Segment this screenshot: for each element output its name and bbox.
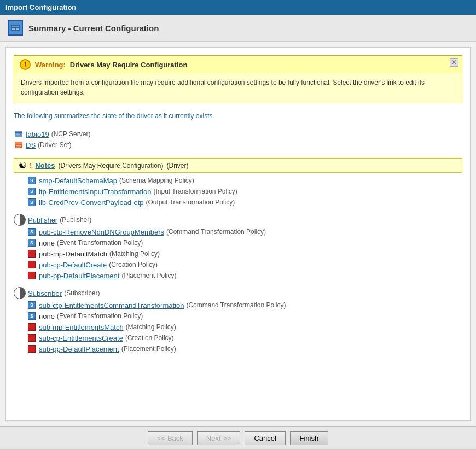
policy-icon-2: S (27, 197, 37, 207)
pub-policy-0: S pub-ctp-RemoveNonDNGroupMembers (Comma… (14, 226, 462, 237)
ds-link[interactable]: DS (26, 141, 36, 149)
pub-policy-icon-1: S (27, 238, 37, 248)
notes-label2: (Driver) (167, 162, 189, 170)
warning-body: Drivers imported from a configuration fi… (14, 73, 462, 102)
pub-policy-desc-1: (Event Transformation Policy) (57, 239, 143, 247)
svg-rect-10 (15, 142, 22, 144)
summary-text: The following summarizes the state of th… (14, 111, 462, 121)
finish-button[interactable]: Finish (290, 431, 328, 445)
publisher-yinyang-icon (14, 214, 26, 226)
ds-row: DS (Driver Set) (14, 139, 462, 150)
svg-rect-11 (16, 145, 21, 147)
subscriber-policies-list: S sub-ctp-EntitlementsCommandTransformat… (14, 300, 462, 354)
pub-policy-link-3[interactable]: pub-cp-DefaultCreate (39, 261, 107, 269)
sub-policy-link-4[interactable]: sub-pp-DefaultPlacement (39, 345, 119, 353)
pub-policy-desc-3: (Creation Policy) (109, 261, 158, 268)
sub-policy-desc-2: (Matching Policy) (126, 323, 176, 331)
policy-icon-1: S (27, 186, 37, 196)
sub-policy-icon-1: S (27, 311, 37, 321)
sub-policy-3: sub-cp-EntitlementsCreate (Creation Poli… (14, 332, 462, 343)
ds-desc: (Driver Set) (38, 141, 71, 149)
sub-policy-0: S sub-ctp-EntitlementsCommandTransformat… (14, 300, 462, 311)
policy-link-2[interactable]: lib-CredProv-ConvertPayload-otp (39, 198, 143, 207)
pub-policy-2: pub-mp-DefaultMatch (Matching Policy) (14, 248, 462, 259)
publisher-desc: (Publisher) (60, 216, 91, 224)
svg-rect-7 (18, 134, 20, 135)
pub-policy-link-0[interactable]: pub-ctp-RemoveNonDNGroupMembers (39, 228, 164, 236)
sub-policy-2: sub-mp-EntitlementsMatch (Matching Polic… (14, 322, 462, 332)
subscriber-desc: (Subscriber) (64, 289, 100, 297)
footer-bar: << Back Next >> Cancel Finish (0, 426, 476, 449)
pub-policy-link-4[interactable]: pub-pp-DefaultPlacement (39, 272, 119, 280)
subscriber-yinyang-icon (14, 287, 26, 299)
pub-policy-3: pub-cp-DefaultCreate (Creation Policy) (14, 259, 462, 270)
sub-policy-desc-0: (Command Transformation Policy) (186, 301, 286, 309)
policy-desc-0: (Schema Mapping Policy) (119, 177, 194, 184)
policy-icon-0: S (27, 176, 37, 185)
sub-policy-link-0[interactable]: sub-ctp-EntitlementsCommandTransformatio… (39, 301, 184, 309)
notes-link[interactable]: Notes (35, 161, 55, 170)
policy-desc-2: (Output Transformation Policy) (146, 198, 235, 206)
warning-heading: Drivers May Require Configuration (70, 61, 188, 69)
svg-rect-0 (11, 25, 20, 31)
pub-policy-icon-4 (27, 271, 37, 280)
svg-rect-3 (16, 28, 19, 30)
pub-policy-icon-2 (27, 249, 37, 259)
pub-policy-1: S none (Event Transformation Policy) (14, 237, 462, 248)
sub-policy-icon-2 (27, 322, 37, 332)
svg-rect-2 (12, 28, 15, 30)
svg-rect-8 (20, 134, 21, 135)
server-desc: (NCP Server) (51, 130, 91, 138)
driver-policies-list: S smp-DefaultSchemaMap (Schema Mapping P… (14, 175, 462, 208)
server-icon (14, 129, 24, 139)
sub-policy-1: S none (Event Transformation Policy) (14, 311, 462, 322)
warning-header: ! Warning: Drivers May Require Configura… (14, 56, 462, 73)
pub-policy-icon-0: S (27, 227, 37, 237)
subscriber-link[interactable]: Subscriber (28, 289, 62, 297)
svg-rect-1 (12, 26, 19, 27)
title-bar-label: Import Configuration (5, 3, 76, 11)
pub-policy-link-2: pub-mp-DefaultMatch (39, 250, 107, 258)
policy-link-1[interactable]: itp-EntitlementsInputTransformation (39, 188, 151, 196)
subscriber-row: Subscriber (Subscriber) (14, 287, 462, 300)
content-area: ! Warning: Drivers May Require Configura… (5, 47, 471, 421)
pub-policy-link-1: none (39, 239, 55, 247)
back-button[interactable]: << Back (148, 431, 193, 445)
policy-link-0[interactable]: smp-DefaultSchemaMap (39, 177, 117, 185)
policy-row-1: S itp-EntitlementsInputTransformation (I… (14, 186, 462, 197)
sub-policy-desc-4: (Placement Policy) (121, 345, 176, 353)
sub-policy-icon-0: S (27, 300, 37, 310)
sub-policy-4: sub-pp-DefaultPlacement (Placement Polic… (14, 343, 462, 354)
title-bar: Import Configuration (0, 0, 476, 15)
sub-policy-desc-3: (Creation Policy) (125, 334, 174, 342)
warning-box: ! Warning: Drivers May Require Configura… (14, 55, 462, 102)
sub-policy-icon-4 (27, 344, 37, 354)
warning-icon: ! (20, 59, 31, 70)
exclaim-icon: ! (30, 161, 32, 170)
sub-policy-link-2[interactable]: sub-mp-EntitlementsMatch (39, 323, 124, 331)
sub-policy-desc-1: (Event Transformation Policy) (57, 312, 143, 320)
svg-rect-6 (16, 134, 18, 135)
notes-label1: (Drivers May Require Configuration) (58, 162, 163, 170)
warning-close-button[interactable]: ✕ (450, 58, 458, 67)
pub-policy-desc-0: (Command Transformation Policy) (166, 228, 266, 236)
sub-policy-link-1: none (39, 312, 55, 320)
svg-rect-12 (16, 147, 20, 148)
cancel-button[interactable]: Cancel (245, 431, 285, 445)
server-link[interactable]: fabio19 (26, 130, 49, 138)
publisher-link[interactable]: Publisher (28, 216, 57, 224)
policy-row-2: S lib-CredProv-ConvertPayload-otp (Outpu… (14, 197, 462, 208)
warning-title: Warning: (35, 61, 66, 69)
header-title: Summary - Current Configuration (28, 24, 159, 33)
pub-policy-4: pub-pp-DefaultPlacement (Placement Polic… (14, 270, 462, 281)
pub-policy-desc-2: (Matching Policy) (109, 250, 160, 258)
yin-yang-icon: ☯ (19, 160, 26, 171)
sub-policy-icon-3 (27, 333, 37, 343)
pub-policy-desc-4: (Placement Policy) (121, 272, 176, 279)
notes-bar: ☯ ! Notes (Drivers May Require Configura… (14, 158, 462, 173)
sub-policy-link-3[interactable]: sub-cp-EntitlementsCreate (39, 334, 123, 342)
ds-icon (14, 140, 24, 150)
svg-rect-5 (15, 132, 22, 133)
publisher-policies-list: S pub-ctp-RemoveNonDNGroupMembers (Comma… (14, 226, 462, 281)
next-button[interactable]: Next >> (197, 431, 241, 445)
